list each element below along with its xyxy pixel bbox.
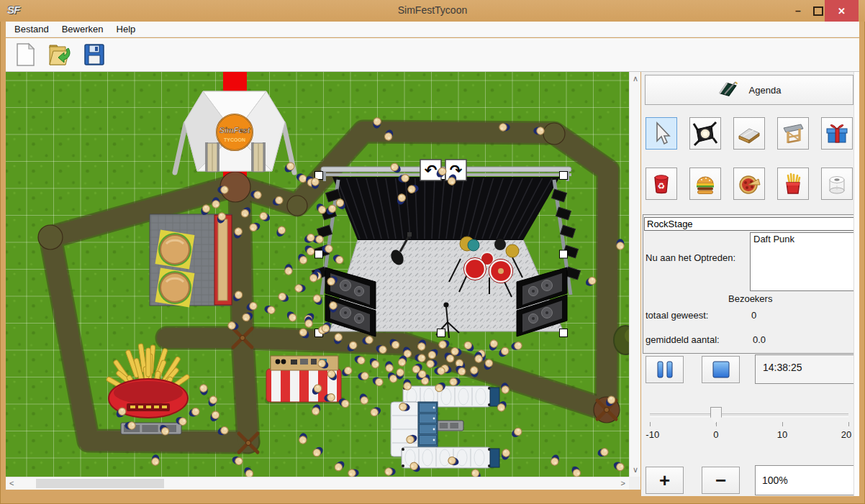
- agenda-button[interactable]: Agenda: [645, 75, 853, 105]
- new-file-icon: [14, 42, 37, 67]
- scroll-down-icon[interactable]: ∨: [633, 466, 638, 474]
- slider-track[interactable]: [650, 413, 848, 417]
- horizontal-scroll-thumb[interactable]: [36, 479, 164, 488]
- app-window: SF SimFestTycoon – ✕ BestandBewerkenHelp: [0, 0, 865, 504]
- slider-tick: [782, 422, 783, 426]
- minimize-button[interactable]: –: [788, 0, 808, 22]
- pause-button[interactable]: [646, 356, 684, 383]
- slider-tick: [650, 422, 651, 426]
- window-title: SimFestTycoon: [0, 4, 865, 16]
- stage-icon: [780, 121, 806, 147]
- path-node: [38, 225, 63, 249]
- performer-item[interactable]: Daft Punk: [753, 234, 794, 244]
- agenda-label: Agenda: [749, 85, 782, 96]
- pizza-tool-button[interactable]: [733, 168, 765, 200]
- fries-icon: [780, 171, 806, 197]
- visitor[interactable]: [617, 239, 625, 249]
- toilet-paper-icon: [824, 171, 850, 197]
- burger-stand[interactable]: [150, 214, 232, 307]
- visitor[interactable]: [124, 422, 135, 430]
- visitor[interactable]: [385, 468, 396, 476]
- zoom-out-button[interactable]: −: [702, 467, 740, 494]
- minimize-icon: –: [795, 5, 801, 17]
- slider-tick: [716, 422, 717, 426]
- visitor[interactable]: [295, 285, 306, 293]
- trashcan-tool-button[interactable]: ♻: [646, 168, 677, 200]
- select-icon: [648, 121, 674, 147]
- stage-name-input[interactable]: [644, 217, 854, 231]
- maximize-icon: [813, 6, 823, 16]
- selection-handle[interactable]: [560, 172, 568, 180]
- open-file-icon: [47, 42, 73, 67]
- total-visitors-value: 0: [751, 310, 756, 321]
- agenda-book-icon: [717, 79, 739, 101]
- toilet-paper-tool-button[interactable]: [821, 168, 853, 200]
- menu-help[interactable]: Help: [110, 22, 142, 36]
- average-visitors-value: 0.0: [753, 334, 766, 345]
- open-file-button[interactable]: [46, 41, 73, 68]
- speed-slider: -1001020: [650, 399, 848, 444]
- panel-edge-strip: [853, 72, 859, 496]
- close-icon: ✕: [838, 6, 846, 17]
- svg-text:TYCOON: TYCOON: [224, 137, 245, 142]
- path-tool-button[interactable]: [733, 117, 765, 150]
- stage-tool-button[interactable]: [777, 117, 809, 150]
- menu-bewerken[interactable]: Bewerken: [55, 22, 110, 36]
- scroll-up-icon[interactable]: ∧: [633, 75, 638, 83]
- festival-map-canvas[interactable]: SimFestTYCOON↶↷: [6, 72, 629, 477]
- slider-tick: [848, 422, 849, 426]
- slider-label: 0: [713, 429, 718, 440]
- new-file-button[interactable]: [12, 41, 39, 68]
- scroll-left-icon[interactable]: <: [9, 480, 14, 487]
- slider-label: 20: [841, 429, 851, 440]
- scrollbar-corner: [629, 477, 640, 490]
- path-icon: [736, 121, 762, 147]
- visitor[interactable]: [330, 302, 338, 313]
- zoom-level-field[interactable]: 100%: [755, 465, 854, 495]
- visitors-header: Bezoekers: [728, 293, 772, 304]
- burger-icon: [692, 171, 718, 197]
- rotate-left-button[interactable]: ↶: [420, 160, 441, 180]
- gift-tool-button[interactable]: [821, 117, 853, 150]
- visitor[interactable]: [499, 124, 510, 132]
- visitor[interactable]: [312, 178, 320, 189]
- now-performing-label: Nu aan het Optreden:: [646, 252, 735, 263]
- selection-handle[interactable]: [438, 329, 445, 337]
- map-vertical-scrollbar[interactable]: ∧ ∨: [629, 72, 640, 477]
- visitor[interactable]: [322, 245, 332, 253]
- visitor[interactable]: [285, 264, 293, 275]
- slider-label: 10: [777, 429, 787, 440]
- stop-icon: [710, 359, 732, 380]
- zoom-in-button[interactable]: +: [646, 467, 684, 494]
- clock-value: 14:38:25: [763, 362, 802, 373]
- scroll-right-icon[interactable]: >: [621, 480, 625, 487]
- visitor[interactable]: [212, 197, 220, 208]
- zoom-level-value: 100%: [762, 475, 788, 486]
- spotlight-tool-button[interactable]: [689, 117, 721, 150]
- svg-text:SimFest: SimFest: [219, 126, 251, 134]
- menu-bestand[interactable]: Bestand: [8, 22, 55, 36]
- burger-tool-button[interactable]: [689, 168, 721, 200]
- fries-tool-button[interactable]: [777, 168, 809, 200]
- slider-label: -10: [646, 429, 659, 440]
- side-panel: Agenda ♻ Nu aan het Optreden: Daft Punk …: [641, 72, 859, 496]
- visitor[interactable]: [434, 367, 445, 375]
- gift-icon: [824, 121, 850, 147]
- selection-handle[interactable]: [315, 250, 323, 258]
- stage-info-groupbox: Nu aan het Optreden: Daft Punk Bezoekers…: [643, 214, 856, 354]
- close-button[interactable]: ✕: [825, 0, 859, 22]
- path-node: [287, 196, 307, 216]
- performer-listbox[interactable]: Daft Punk: [750, 232, 856, 291]
- titlebar: SF SimFestTycoon – ✕: [0, 0, 865, 22]
- save-button[interactable]: [81, 41, 108, 68]
- trashcan-icon: ♻: [648, 171, 674, 197]
- visitor[interactable]: [217, 186, 228, 194]
- map-horizontal-scrollbar[interactable]: < >: [6, 477, 629, 490]
- pause-icon: [653, 359, 676, 380]
- select-tool-button[interactable]: [646, 117, 677, 150]
- selection-handle[interactable]: [560, 250, 568, 258]
- selection-handle[interactable]: [560, 329, 568, 337]
- stop-button[interactable]: [702, 356, 740, 383]
- visitor[interactable]: [533, 127, 544, 135]
- plus-icon: +: [659, 473, 670, 487]
